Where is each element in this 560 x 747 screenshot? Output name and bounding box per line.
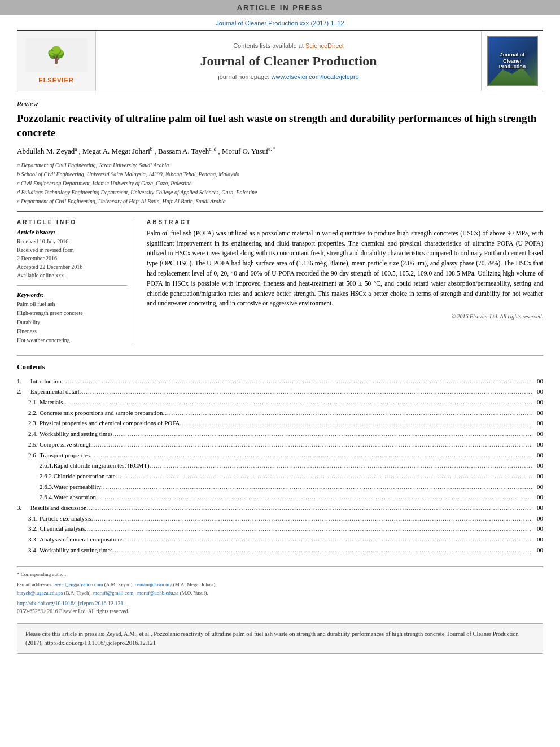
toc-page: 00 [532,376,543,387]
keywords-block: Keywords: Palm oil fuel ash High-strengt… [17,291,127,345]
abstract-header: ABSTRACT [147,219,543,225]
toc-page: 00 [532,386,543,397]
toc-label: Water absorption [54,492,96,503]
toc-item: 2.6.4.Water absorption .................… [17,492,543,503]
toc-number: 2.3. [17,418,40,429]
toc-item: 3.1.Particle size analysis .............… [17,513,543,524]
abstract-text: Palm oil fuel ash (POFA) was utilized as… [147,229,543,309]
toc-number: 2.6.1. [17,460,54,471]
toc-label: Experimental details [30,386,82,397]
journal-info-center: Contents lists available at ScienceDirec… [96,31,481,91]
toc-label: Chemical analysis [40,523,85,534]
journal-homepage: journal homepage: www.elsevier.com/locat… [218,73,358,80]
article-info-abstract-section: ARTICLE INFO Article history: Received 1… [17,219,543,345]
toc-page: 00 [532,503,543,513]
badge-title: Journal ofCleanerProduction [499,52,526,70]
toc-number: 2.6.4. [17,492,54,503]
email4-link[interactable]: moruff@gmail.com [93,590,133,596]
toc-page: 00 [532,534,543,545]
toc-label: Chloride penetration rate [54,471,116,482]
toc-page: 00 [532,482,543,492]
toc-label: Compressive strength [40,439,94,450]
homepage-label: journal homepage: [218,73,269,80]
toc-dots: ........................................… [91,513,532,521]
toc-number: 2.2. [17,408,40,418]
author4-super: e, * [268,146,275,152]
toc-page: 00 [532,513,543,524]
received-revised-label: Received in revised form [17,246,127,254]
toc-item: 3.4.Workability and setting times ......… [17,545,543,556]
keywords-title: Keywords: [17,291,127,298]
contents-section: Contents 1.Introduction ................… [17,355,543,556]
homepage-url[interactable]: www.elsevier.com/locate/jclepro [271,73,358,80]
toc-item: 2.6.Transport properties ...............… [17,450,543,461]
author1-name: Abdullah M. Zeyad [17,147,75,156]
toc-number: 3.4. [17,545,40,556]
toc-dots: ........................................… [101,482,532,489]
toc-label: Introduction [30,376,61,387]
toc-item: 2.2.Concrete mix proportions and sample … [17,408,543,418]
email5-name: (M.O. Yusuf). [180,590,208,596]
toc-dots: ........................................… [116,471,532,478]
email-addresses: E-mail addresses: zeyad_eng@yahoo.com (A… [17,580,543,597]
cleaner-production-badge-area: Journal ofCleanerProduction [481,31,543,91]
corresponding-note: * Corresponding author. [17,571,543,577]
email-label: E-mail addresses: [17,582,53,587]
email1-link[interactable]: zeyad_eng@yahoo.com [54,582,103,587]
toc-dots: ........................................… [94,439,532,447]
toc-dots: ........................................… [90,450,532,457]
toc-number: 3.1. [17,513,40,524]
toc-number: 1. [17,376,30,387]
toc-page: 00 [532,450,543,461]
toc-page: 00 [532,418,543,429]
keyword-4: Fineness [17,327,127,336]
toc-item: 3.2.Chemical analysis ..................… [17,523,543,534]
toc-item: 2.3.Physical properties and chemical com… [17,418,543,429]
accepted-date: Accepted 22 December 2016 [17,263,127,271]
author3-name: , Bassam A. Tayeh [155,147,209,156]
toc-number: 3.3. [17,534,40,545]
author3-super: c, d [209,146,216,152]
journal-header: 🌳 ELSEVIER Contents lists available at S… [17,30,543,91]
elsevier-logo-area: 🌳 ELSEVIER [17,31,96,91]
toc-label: Particle size analysis [40,513,91,524]
toc-item: 3.3.Analysis of mineral compositions ...… [17,534,543,545]
toc-page: 00 [532,545,543,556]
email1-name: (A.M. Zeyad), [104,582,134,587]
affil-c: c Civil Engineering Department, Islamic … [17,179,543,187]
toc-item: 2.4.Workability and setting times ......… [17,429,543,439]
toc-number: 2.6. [17,450,40,461]
received-date: Received 10 July 2016 [17,237,127,246]
toc-dots: ........................................… [85,523,532,531]
email3-link[interactable]: btayeh@iugaza.edu.ps [17,590,63,596]
doi-link[interactable]: http://dx.doi.org/10.1016/j.jclepro.2016… [17,600,543,606]
toc-page: 00 [532,523,543,534]
abstract-copyright: © 2016 Elsevier Ltd. All rights reserved… [147,313,543,320]
toc-page: 00 [532,408,543,418]
footer-copyright: 0959-6526/© 2016 Elsevier Ltd. All right… [17,609,543,614]
review-label: Review [17,99,543,108]
affiliations: a Department of Civil Engineering, Jazan… [17,161,543,206]
toc-item: 1.Introduction .........................… [17,376,543,387]
author1-super: a [75,146,77,152]
journal-link-line: Journal of Cleaner Production xxx (2017)… [0,15,560,30]
sciencedirect-link[interactable]: ScienceDirect [305,42,344,49]
toc-page: 00 [532,460,543,471]
toc-item: 2.6.1.Rapid chloride migration test (RCM… [17,460,543,471]
contents-title: Contents [17,362,543,372]
elsevier-tree-icon: 🌳 [46,47,66,63]
toc-number: 2.6.2. [17,471,54,482]
toc-item: 2.1.Materials ..........................… [17,397,543,408]
journal-title: Journal of Cleaner Production [200,54,377,69]
divider-thick [17,211,543,212]
cleaner-production-badge: Journal ofCleanerProduction [487,36,538,86]
toc-label: Transport properties [40,450,90,461]
author4-name: , Moruf O. Yusuf [218,147,269,156]
toc-dots: ........................................… [113,429,532,436]
toc-dots: ........................................… [113,545,532,552]
toc-number: 2.5. [17,439,40,450]
keywords-divider [17,285,127,286]
email5-link[interactable]: moruf@uohb.edu.sa [137,590,178,596]
email2-link[interactable]: cemamj@usm.my [135,582,172,587]
toc-number: 2.1. [17,397,40,408]
